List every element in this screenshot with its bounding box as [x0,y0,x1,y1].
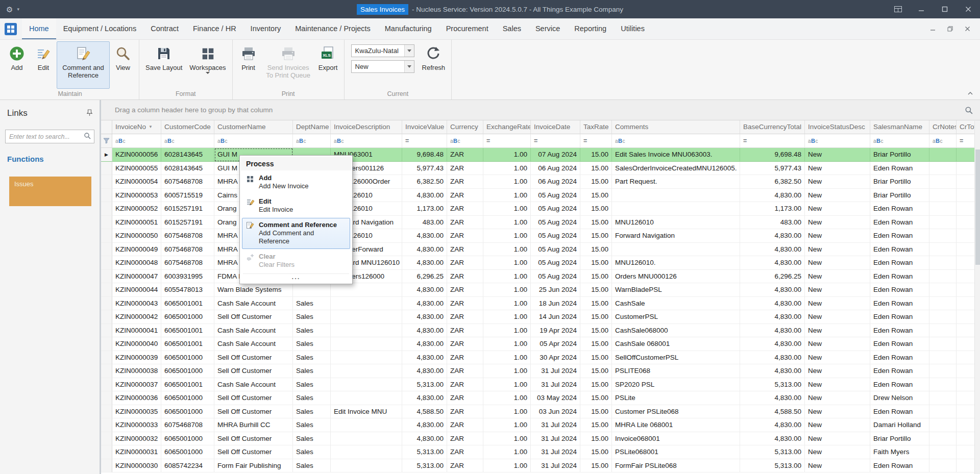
table-row[interactable]: KZIN00000316065001000Sell Off CustomerSa… [101,445,980,459]
grid-cell-invoiceStatusDesc[interactable]: New [805,324,870,338]
grid-cell-customerName[interactable]: Sell Off Customer [214,445,293,459]
table-row[interactable]: KZIN00000406065001001Cash Sale AccountSa… [101,337,980,351]
filter-funnel-cell[interactable] [101,134,112,148]
grid-cell-customerCode[interactable]: 6075468708 [161,229,214,243]
grid-cell-invoiceValue[interactable]: 4,830.00 [402,418,447,432]
grid-cell-baseCurrencyTotal[interactable]: 483.00 [740,216,805,230]
grid-cell-exchangeRate[interactable]: 1.00 [483,283,531,297]
grid-cell-crNotes[interactable] [929,364,957,378]
grid-cell-baseCurrencyTotal[interactable]: 1,173.00 [740,202,805,216]
grid-cell-invoiceStatusDesc[interactable]: New [805,418,870,432]
grid-cell-taxRate[interactable]: 15.00 [580,418,612,432]
status-combobox[interactable]: New [351,60,414,73]
table-row[interactable]: KZIN00000536005715519CairnsMNU1260104,83… [101,189,980,203]
grid-cell-customerName[interactable]: Sell Off Customer [214,391,293,405]
grid-cell-currency[interactable]: ZAR [447,270,483,284]
grid-cell-invoiceStatusDesc[interactable]: New [805,202,870,216]
grid-cell-invoiceDescription[interactable] [331,283,402,297]
grid-cell-comments[interactable]: Orders MNU000126 [612,270,740,284]
grid-cell-invoiceNo[interactable]: KZIN0000052 [112,202,161,216]
grid-cell-currency[interactable]: ZAR [447,229,483,243]
grid-cell-deptName[interactable]: Sales [293,459,331,473]
grid-cell-crNotes[interactable] [929,418,957,432]
grid-cell-invoiceNo[interactable]: KZIN0000036 [112,391,161,405]
grid-cell-salesmanName[interactable]: Eden Rowan [870,310,929,324]
grid-cell-salesmanName[interactable]: Drew Nelson [870,391,929,405]
grid-cell-taxRate[interactable]: 15.00 [580,216,612,230]
grid-cell-baseCurrencyTotal[interactable]: 6,382.50 [740,175,805,189]
grid-cell-invoiceValue[interactable]: 1,173.00 [402,202,447,216]
tab-equipment-locations[interactable]: Equipment / Locations [56,18,143,39]
grid-cell-salesmanName[interactable]: Eden Rowan [870,459,929,473]
grid-cell-deptName[interactable]: Sales [293,445,331,459]
filter-cell-deptName[interactable]: aBc [293,134,331,148]
grid-cell-invoiceNo[interactable]: KZIN0000041 [112,324,161,338]
grid-cell-customerCode[interactable]: 6065001000 [161,310,214,324]
filter-cell-invoiceValue[interactable]: = [402,134,447,148]
grid-cell-comments[interactable]: Customer PSLite068 [612,405,740,419]
grid-search-icon[interactable] [965,106,973,116]
grid-cell-deptName[interactable]: Sales [293,324,331,338]
tab-home[interactable]: Home [22,18,56,39]
grid-cell-baseCurrencyTotal[interactable]: 4,830.00 [740,418,805,432]
grid-cell-invoiceStatusDesc[interactable]: New [805,270,870,284]
grid-cell-invoiceValue[interactable]: 4,588.50 [402,405,447,419]
grid-cell-exchangeRate[interactable]: 1.00 [483,189,531,203]
grid-cell-customerCode[interactable]: 6065001001 [161,324,214,338]
grid-cell-baseCurrencyTotal[interactable]: 4,830.00 [740,256,805,270]
grid-cell-invoiceStatusDesc[interactable]: New [805,378,870,392]
grid-cell-baseCurrencyTotal[interactable]: 4,830.00 [740,432,805,446]
grid-cell-baseCurrencyTotal[interactable]: 5,313.00 [740,445,805,459]
grid-cell-exchangeRate[interactable]: 1.00 [483,216,531,230]
grid-cell-invoiceStatusDesc[interactable]: New [805,256,870,270]
grid-cell-invoiceDescription[interactable] [331,324,402,338]
grid-cell-taxRate[interactable]: 15.00 [580,189,612,203]
grid-cell-invoiceDate[interactable]: 14 Jun 2024 [531,310,580,324]
grid-cell-salesmanName[interactable]: Faith Myers [870,445,929,459]
grid-cell-salesmanName[interactable]: Eden Rowan [870,202,929,216]
grid-cell-taxRate[interactable]: 15.00 [580,256,612,270]
grid-cell-customerCode[interactable]: 6015257191 [161,216,214,230]
grid-cell-customerCode[interactable]: 6003931995 [161,270,214,284]
abc-filter-icon[interactable]: aBc [217,138,228,144]
grid-cell-invoiceDescription[interactable] [331,297,402,311]
grid-cell-salesmanName[interactable]: Eden Rowan [870,378,929,392]
grid-cell-customerCode[interactable]: 6055478013 [161,283,214,297]
grid-cell-currency[interactable]: ZAR [447,243,483,257]
grid-cell-invoiceStatusDesc[interactable]: New [805,243,870,257]
grid-cell-invoiceDate[interactable]: 06 Aug 2024 [531,175,580,189]
grid-cell-exchangeRate[interactable]: 1.00 [483,418,531,432]
grid-cell-taxRate[interactable]: 15.00 [580,432,612,446]
grid-cell-exchangeRate[interactable]: 1.00 [483,351,531,365]
grid-cell-customerName[interactable]: Cash Sale Account [214,297,293,311]
equals-filter-icon[interactable]: = [405,137,409,144]
grid-cell-invoiceNo[interactable]: KZIN0000040 [112,337,161,351]
table-row[interactable]: KZIN00000436065001001Cash Sale AccountSa… [101,297,980,311]
grid-cell-invoiceStatusDesc[interactable]: New [805,337,870,351]
grid-cell-invoiceNo[interactable]: KZIN0000030 [112,459,161,473]
grid-cell-crNotes[interactable] [929,337,957,351]
grid-cell-salesmanName[interactable]: Eden Rowan [870,270,929,284]
grid-cell-invoiceDescription[interactable] [331,364,402,378]
grid-cell-salesmanName[interactable]: Briar Portillo [870,148,929,162]
filter-cell-invoiceNo[interactable]: aBc [112,134,161,148]
maximize-button[interactable] [933,0,957,18]
ribbon-close-button[interactable] [960,23,975,35]
print-button[interactable]: Print [235,41,262,89]
grid-cell-crNotes[interactable] [929,243,957,257]
grid-cell-invoiceNo[interactable]: KZIN0000049 [112,243,161,257]
grid-cell-salesmanName[interactable]: Eden Rowan [870,243,929,257]
grid-cell-comments[interactable]: MHRA Lite 068001 [612,418,740,432]
grid-cell-currency[interactable]: ZAR [447,162,483,176]
grid-cell-invoiceDate[interactable]: 31 Jul 2024 [531,418,580,432]
grid-cell-invoiceValue[interactable]: 4,830.00 [402,324,447,338]
grid-cell-exchangeRate[interactable]: 1.00 [483,310,531,324]
grid-cell-invoiceStatusDesc[interactable]: New [805,459,870,473]
grid-cell-exchangeRate[interactable]: 1.00 [483,297,531,311]
grid-cell-taxRate[interactable]: 15.00 [580,270,612,284]
grid-cell-currency[interactable]: ZAR [447,337,483,351]
grid-cell-crNotes[interactable] [929,202,957,216]
grid-cell-comments[interactable]: Part Request. [612,175,740,189]
grid-cell-taxRate[interactable]: 15.00 [580,229,612,243]
grid-cell-customerName[interactable]: MHRA Burhill CC [214,418,293,432]
